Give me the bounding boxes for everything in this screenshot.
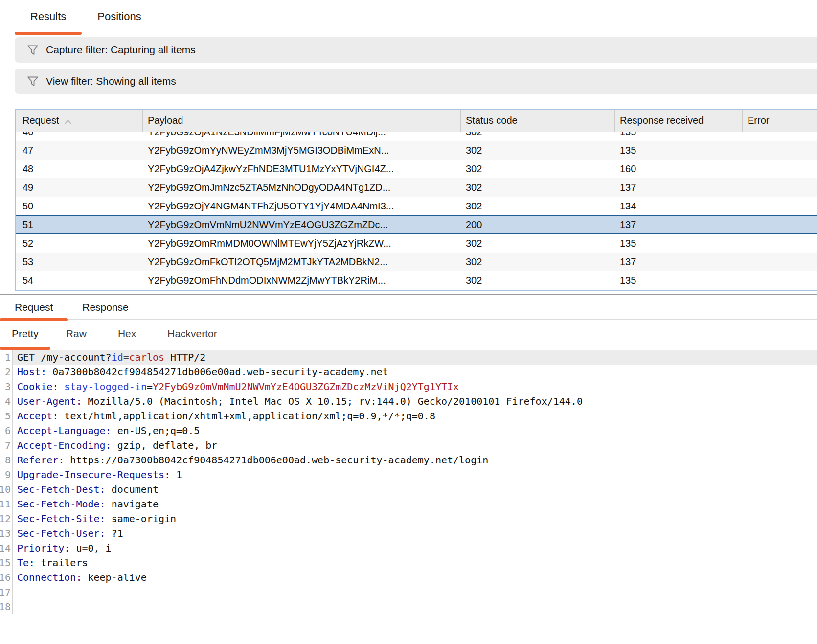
request-editor[interactable]: 1 GET /my-account?id=carlos HTTP/2 2 Hos… [0,349,817,644]
line-number: 15 [0,555,13,570]
tab-response-label: Response [82,301,129,313]
cell-status-code: 302 [461,197,615,215]
editor-line: 6 Accept-Language: en-US,en;q=0.5 [0,423,817,438]
cell-response-received: 137 [615,253,743,271]
cell-payload: Y2FybG9zOmFkOTI2OTQ5MjM2MTJkYTA2MDBkN2..… [143,253,461,271]
tab-hex-label: Hex [118,328,136,340]
line-code: Sec-Fetch-Site: same-origin [13,511,817,526]
line-code [13,585,817,599]
cell-request-number: 48 [16,160,143,178]
cell-response-received: 137 [615,216,743,233]
table-row[interactable]: 54 Y2FybG9zOmFhNDdmODIxNWM2ZjMwYTBkY2RiM… [16,271,817,290]
line-code: Accept-Encoding: gzip, deflate, br [13,438,817,453]
cell-response-received: 137 [615,178,743,197]
cell-status-code: 302 [461,141,615,160]
cell-status-code: 302 [461,253,615,271]
line-code: Connection: keep-alive [13,570,817,585]
tab-raw-label: Raw [66,328,87,340]
line-code: Host: 0a7300b8042cf904854271db006e00ad.w… [13,365,817,379]
line-code: Accept: text/html,application/xhtml+xml,… [13,409,817,423]
panel-splitter[interactable] [0,294,817,295]
editor-line: 4 User-Agent: Mozilla/5.0 (Macintosh; In… [0,394,817,409]
editor-line: 16 Connection: keep-alive [0,570,817,585]
table-row[interactable]: 52 Y2FybG9zOmRmMDM0OWNlMTEwYjY5ZjAzYjRkZ… [16,234,817,253]
editor-line: 15 Te: trailers [0,555,817,570]
tab-positions[interactable]: Positions [82,0,157,33]
line-number: 12 [0,511,13,526]
cell-payload: Y2FybG9zOmRmMDM0OWNlMTEwYjY5ZjAzYjRkZW..… [143,234,461,253]
cell-status-code: 302 [461,271,615,290]
editor-line: 9 Upgrade-Insecure-Requests: 1 [0,467,817,482]
message-tab-bar: Request Response [0,295,817,320]
tab-results[interactable]: Results [15,0,82,33]
column-header-payload[interactable]: Payload [143,110,461,132]
cell-status-code: 302 [461,178,615,197]
table-row[interactable]: 53 Y2FybG9zOmFkOTI2OTQ5MjM2MTJkYTA2MDBkN… [16,253,817,271]
cell-request-number: 46 [16,132,143,141]
line-number: 1 [0,350,13,365]
editor-line: 14 Priority: u=0, i [0,541,817,555]
editor-line: 10 Sec-Fetch-Dest: document [0,482,817,497]
editor-line: 18 [0,599,817,614]
cell-request-number: 54 [16,271,143,290]
cell-payload: Y2FybG9zOmYyNWEyZmM3MjY5MGI3ODBiMmExN... [143,141,461,160]
table-row[interactable]: 49 Y2FybG9zOmJmNzc5ZTA5MzNhODgyODA4NTg1Z… [16,178,817,197]
cell-response-received: 135 [615,234,743,253]
tab-response[interactable]: Response [68,295,143,319]
cell-error [743,253,817,271]
cell-request-number: 52 [16,234,143,253]
line-code: Referer: https://0a7300b8042cf904854271d… [13,453,817,467]
cell-error [743,141,817,160]
editor-line: 2 Host: 0a7300b8042cf904854271db006e00ad… [0,365,817,379]
tab-hex[interactable]: Hex [102,320,152,348]
line-code [13,599,817,614]
capture-filter-label: Capture filter: Capturing all items [46,44,196,56]
tab-request-label: Request [15,301,53,313]
cell-request-number: 53 [16,253,143,271]
view-filter-bar[interactable]: View filter: Showing all items [15,69,817,94]
cell-response-received: 135 [615,141,743,160]
tab-positions-label: Positions [97,10,141,23]
table-row[interactable]: 48 Y2FybG9zOjA4ZjkwYzFhNDE3MTU1MzYxYTVjN… [16,160,817,178]
editor-line: 13 Sec-Fetch-User: ?1 [0,526,817,541]
column-header-response-received[interactable]: Response received [615,110,743,132]
line-number: 11 [0,497,13,511]
column-header-error[interactable]: Error [743,110,817,132]
column-header-status-code[interactable]: Status code [461,110,615,132]
editor-line: 7 Accept-Encoding: gzip, deflate, br [0,438,817,453]
line-number: 14 [0,541,13,555]
cell-request-number: 47 [16,141,143,160]
line-code: Cookie: stay-logged-in=Y2FybG9zOmVmNmU2N… [13,379,817,394]
tab-raw[interactable]: Raw [50,320,102,348]
cell-error [743,178,817,197]
tab-hackvertor[interactable]: Hackvertor [152,320,233,348]
line-code: Upgrade-Insecure-Requests: 1 [13,467,817,482]
cell-response-received: 134 [615,197,743,215]
column-header-request[interactable]: Request [16,110,143,132]
tab-pretty-label: Pretty [12,328,39,340]
cell-request-number: 49 [16,178,143,197]
line-number: 4 [0,394,13,409]
editor-line: 5 Accept: text/html,application/xhtml+xm… [0,409,817,423]
line-number: 16 [0,570,13,585]
cell-error [743,234,817,253]
filter-funnel-icon [26,44,39,56]
table-row[interactable]: 47 Y2FybG9zOmYyNWEyZmM3MjY5MGI3ODBiMmExN… [16,141,817,160]
filter-funnel-icon [26,75,39,87]
attack-tab-bar: Results Positions [0,0,817,33]
table-row[interactable]: 46 Y2FybG9zOjA1NzE3NDliMmFjMzMwYTc0NTU4M… [16,132,817,141]
table-body: 46 Y2FybG9zOjA1NzE3NDliMmFjMzMwYTc0NTU4M… [16,132,817,290]
tab-results-label: Results [30,10,66,23]
table-header-row: Request Payload Status code Response rec… [16,110,817,132]
table-row[interactable]: 50 Y2FybG9zOjY4NGM4NTFhZjU5OTY1YjY4MDA4N… [16,197,817,215]
line-number: 10 [0,482,13,497]
view-filter-label: View filter: Showing all items [46,75,176,87]
tab-pretty[interactable]: Pretty [0,320,50,348]
line-number: 17 [0,585,13,599]
cell-error [743,132,817,141]
table-row[interactable]: 51 Y2FybG9zOmVmNmU2NWVmYzE4OGU3ZGZmZDc..… [16,215,817,234]
tab-request[interactable]: Request [0,295,68,319]
line-code: Accept-Language: en-US,en;q=0.5 [13,423,817,438]
capture-filter-bar[interactable]: Capture filter: Capturing all items [15,37,817,63]
cell-error [743,197,817,215]
